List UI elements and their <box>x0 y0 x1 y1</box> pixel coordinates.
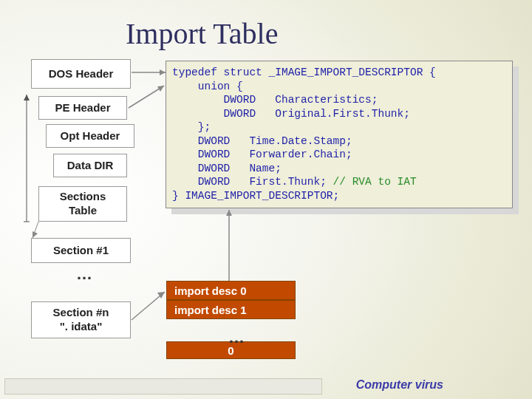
code-line-9: } IMAGE_IMPORT_DESCRIPTOR; <box>172 190 339 202</box>
import-desc-1-label: import desc 1 <box>174 304 247 316</box>
code-line-2: DWORD Characteristics; <box>172 94 378 106</box>
code-line-6: DWORD Forwarder.Chain; <box>172 149 352 160</box>
code-line-5: DWORD Time.Date.Stamp; <box>172 135 352 147</box>
svg-marker-10 <box>157 292 165 299</box>
slide-title: Import Table <box>126 16 278 51</box>
code-line-0: typedef struct _IMAGE_IMPORT_DESCRIPTOR … <box>172 66 436 78</box>
section-1-label: Section #1 <box>53 244 109 258</box>
import-descriptor-array: import desc 0 import desc 1 0 <box>166 281 296 359</box>
svg-line-9 <box>132 292 165 320</box>
code-line-7: DWORD Name; <box>172 163 282 174</box>
section-1-box: Section #1 <box>31 238 131 263</box>
import-desc-row: import desc 1 <box>166 300 296 319</box>
svg-marker-1 <box>24 95 30 100</box>
code-line-4: }; <box>172 121 211 133</box>
sections-table-box: SectionsTable <box>38 186 127 222</box>
pe-header-box: PE Header <box>38 96 127 120</box>
data-dir-box: Data DIR <box>53 154 127 177</box>
footer-bar <box>4 378 322 395</box>
data-dir-label: Data DIR <box>67 159 114 173</box>
sections-table-label: SectionsTable <box>60 190 106 218</box>
code-line-1: union { <box>172 81 243 92</box>
svg-line-7 <box>33 222 38 238</box>
svg-marker-8 <box>33 231 38 238</box>
footer-label: Computer virus <box>356 378 443 392</box>
section-n-box: Section #n". idata" <box>31 301 131 338</box>
opt-header-label: Opt Header <box>61 129 120 143</box>
opt-header-box: Opt Header <box>46 124 134 148</box>
code-comment: // RVA to IAT <box>333 176 417 188</box>
struct-code-box: typedef struct _IMAGE_IMPORT_DESCRIPTOR … <box>166 61 513 208</box>
section-n-label: Section #n". idata" <box>53 306 109 334</box>
code-line-8a: DWORD First.Thunk; <box>172 176 333 188</box>
svg-line-5 <box>129 86 164 108</box>
pe-header-label: PE Header <box>55 101 110 115</box>
import-desc-row: import desc 0 <box>166 281 296 300</box>
vertical-ellipsis-icon: … <box>228 328 245 347</box>
vertical-ellipsis-icon: … <box>76 265 92 284</box>
dos-header-label: DOS Header <box>49 67 114 81</box>
svg-marker-6 <box>157 86 164 92</box>
dos-header-box: DOS Header <box>31 59 131 89</box>
code-line-3: DWORD Original.First.Thunk; <box>172 108 410 120</box>
import-desc-0-label: import desc 0 <box>174 284 247 297</box>
svg-marker-4 <box>160 69 166 75</box>
